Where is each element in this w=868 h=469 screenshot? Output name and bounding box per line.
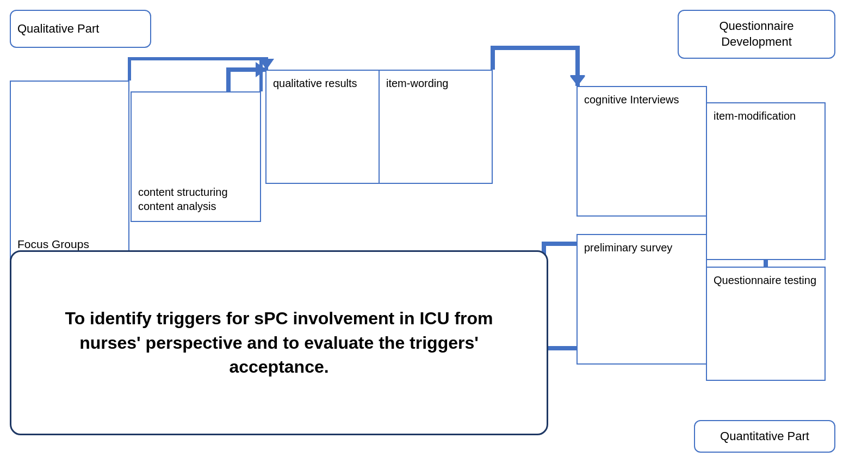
svg-marker-2 [570, 75, 585, 86]
qualitative-results-label: qualitative results [273, 76, 357, 90]
item-modification-label: item-modification [714, 109, 796, 123]
main-text-content: To identify triggers for sPC involvement… [33, 306, 525, 379]
focus-groups-label: Focus Groups [17, 237, 89, 251]
main-text-box: To identify triggers for sPC involvement… [10, 250, 548, 435]
qualitative-part-label: Qualitative Part [17, 21, 99, 37]
cognitive-interviews-box: cognitive Interviews [576, 86, 707, 217]
quantitative-part-label: Quantitative Part [720, 429, 809, 445]
qualitative-part-box: Qualitative Part [10, 10, 151, 48]
item-modification-box: item-modification [706, 102, 826, 260]
svg-marker-7 [570, 76, 585, 86]
questionnaire-testing-label: Questionnaire testing [714, 273, 816, 287]
questionnaire-dev-box: Questionnaire Development [678, 10, 835, 59]
item-wording-box: item-wording [379, 70, 493, 184]
content-structuring-box: content structuring content analysis [131, 91, 261, 222]
svg-marker-4 [256, 62, 266, 77]
content-structuring-label: content structuring content analysis [138, 185, 253, 213]
cognitive-interviews-label: cognitive Interviews [584, 92, 679, 107]
diagram: Qualitative Part Focus Groups content st… [0, 0, 868, 469]
preliminary-survey-label: preliminary survey [584, 240, 672, 255]
qualitative-results-box: qualitative results [265, 70, 380, 184]
questionnaire-dev-label: Questionnaire Development [685, 18, 828, 50]
svg-marker-0 [259, 59, 274, 70]
item-wording-label: item-wording [386, 76, 448, 90]
questionnaire-testing-box: Questionnaire testing [706, 267, 826, 381]
quantitative-part-box: Quantitative Part [694, 420, 835, 453]
preliminary-survey-box: preliminary survey [576, 234, 707, 365]
focus-groups-box: Focus Groups [10, 81, 129, 260]
